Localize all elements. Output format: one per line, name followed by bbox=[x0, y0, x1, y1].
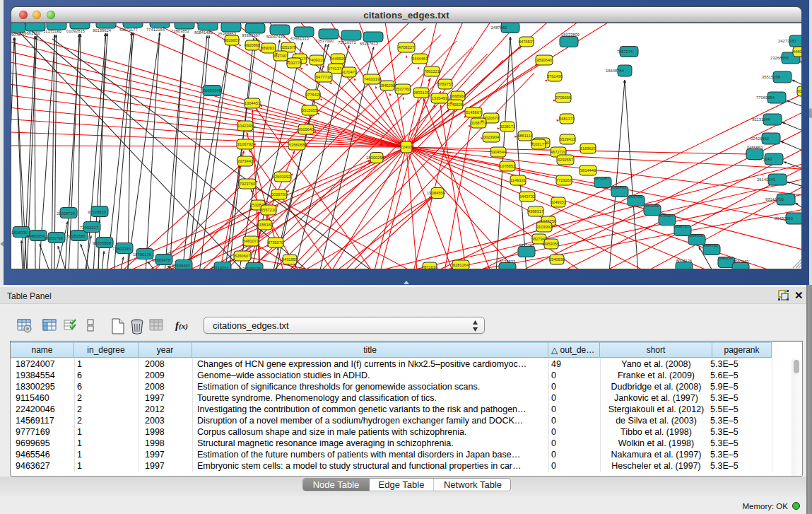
svg-text:1535493: 1535493 bbox=[432, 96, 448, 100]
svg-text:19384554: 19384554 bbox=[427, 191, 446, 195]
svg-text:72803852: 72803852 bbox=[171, 29, 189, 33]
svg-text:4861114: 4861114 bbox=[517, 134, 533, 138]
svg-text:2603092: 2603092 bbox=[275, 175, 291, 179]
svg-text:3705656: 3705656 bbox=[555, 95, 572, 100]
svg-text:1149131: 1149131 bbox=[510, 178, 526, 182]
svg-text:8735570: 8735570 bbox=[268, 240, 284, 245]
svg-text:5461073: 5461073 bbox=[243, 239, 259, 243]
svg-text:93141705: 93141705 bbox=[765, 197, 784, 201]
svg-text:3249351: 3249351 bbox=[551, 200, 567, 204]
svg-text:9183623: 9183623 bbox=[580, 146, 596, 151]
svg-text:31372159: 31372159 bbox=[43, 30, 61, 34]
svg-text:66661760: 66661760 bbox=[22, 31, 40, 35]
svg-text:3830640: 3830640 bbox=[536, 58, 553, 62]
svg-text:75116372: 75116372 bbox=[338, 40, 355, 45]
svg-text:8014126: 8014126 bbox=[676, 259, 693, 263]
svg-text:0023904: 0023904 bbox=[483, 135, 500, 139]
svg-text:9829657: 9829657 bbox=[224, 38, 240, 42]
svg-text:71803340: 71803340 bbox=[112, 247, 131, 251]
svg-text:9953055: 9953055 bbox=[543, 242, 560, 246]
svg-text:18724007: 18724007 bbox=[396, 145, 414, 149]
svg-text:73537990: 73537990 bbox=[315, 39, 334, 43]
svg-text:7923760: 7923760 bbox=[240, 182, 256, 186]
svg-text:7463319: 7463319 bbox=[364, 77, 380, 81]
svg-text:3814449: 3814449 bbox=[580, 168, 596, 173]
svg-text:72616751: 72616751 bbox=[211, 266, 229, 269]
svg-text:4920868: 4920868 bbox=[245, 43, 261, 47]
svg-text:86492083: 86492083 bbox=[775, 216, 793, 221]
svg-text:81131144: 81131144 bbox=[753, 117, 771, 122]
svg-text:1240234: 1240234 bbox=[717, 256, 734, 260]
svg-text:95289078: 95289078 bbox=[11, 33, 20, 37]
svg-text:4156183: 4156183 bbox=[257, 223, 273, 227]
svg-text:18780175: 18780175 bbox=[133, 252, 151, 257]
svg-text:6053663: 6053663 bbox=[797, 89, 801, 93]
svg-text:8783757: 8783757 bbox=[437, 82, 454, 86]
svg-text:0431955: 0431955 bbox=[282, 257, 298, 262]
svg-text:86205798: 86205798 bbox=[45, 236, 63, 240]
svg-text:50047439: 50047439 bbox=[266, 35, 285, 39]
svg-text:72902227: 72902227 bbox=[80, 226, 98, 230]
svg-text:57551313: 57551313 bbox=[290, 37, 309, 41]
svg-text:7409319: 7409319 bbox=[309, 58, 325, 62]
svg-text:8477718: 8477718 bbox=[316, 75, 332, 79]
svg-text:35515058: 35515058 bbox=[762, 75, 780, 79]
svg-text:0776426: 0776426 bbox=[305, 93, 322, 97]
svg-text:20053346: 20053346 bbox=[203, 88, 221, 93]
svg-text:7861221: 7861221 bbox=[424, 69, 440, 74]
svg-text:0201462: 0201462 bbox=[627, 194, 643, 199]
svg-text:6174833: 6174833 bbox=[500, 259, 516, 264]
svg-text:4708227: 4708227 bbox=[399, 45, 415, 49]
svg-text:26140141: 26140141 bbox=[757, 177, 775, 182]
svg-text:0481373: 0481373 bbox=[559, 117, 575, 121]
svg-text:5443732: 5443732 bbox=[519, 194, 536, 199]
svg-text:1042346: 1042346 bbox=[237, 124, 254, 128]
svg-text:3353265: 3353265 bbox=[643, 204, 659, 208]
svg-text:2845298: 2845298 bbox=[379, 83, 396, 88]
svg-text:3761436: 3761436 bbox=[547, 74, 563, 78]
svg-text:77065894: 77065894 bbox=[756, 95, 775, 100]
svg-text:2487682: 2487682 bbox=[491, 25, 507, 30]
svg-text:5904544: 5904544 bbox=[490, 150, 507, 154]
svg-text:6915640: 6915640 bbox=[298, 127, 314, 132]
svg-text:8890931: 8890931 bbox=[261, 46, 277, 50]
svg-text:01826330: 01826330 bbox=[11, 230, 28, 235]
svg-text:97528820: 97528820 bbox=[88, 210, 106, 214]
svg-text:8474537: 8474537 bbox=[519, 40, 535, 44]
svg-text:6557210: 6557210 bbox=[261, 208, 277, 212]
svg-text:0435205: 0435205 bbox=[519, 243, 535, 247]
svg-text:77412154: 77412154 bbox=[146, 28, 165, 32]
svg-text:0455853: 0455853 bbox=[747, 146, 763, 150]
svg-text:1304451: 1304451 bbox=[245, 101, 261, 105]
svg-text:90139624: 90139624 bbox=[93, 28, 112, 33]
svg-text:0749528: 0749528 bbox=[447, 103, 464, 107]
svg-text:6515055: 6515055 bbox=[302, 108, 318, 112]
svg-text:4672720: 4672720 bbox=[551, 150, 567, 154]
svg-text:5449920: 5449920 bbox=[330, 57, 346, 61]
svg-text:24273167: 24273167 bbox=[778, 39, 796, 43]
svg-text:65167612: 65167612 bbox=[360, 42, 378, 46]
svg-text:3106792: 3106792 bbox=[237, 142, 254, 146]
svg-text:22029729: 22029729 bbox=[57, 211, 75, 216]
svg-text:0340930: 0340930 bbox=[549, 257, 565, 262]
svg-text:6668364: 6668364 bbox=[450, 94, 466, 98]
svg-text:0168493: 0168493 bbox=[611, 185, 627, 189]
svg-text:16033809: 16033809 bbox=[561, 33, 579, 37]
svg-text:98983478: 98983478 bbox=[152, 258, 170, 262]
svg-text:01092815: 01092815 bbox=[66, 29, 85, 33]
svg-text:87838483: 87838483 bbox=[172, 264, 190, 268]
svg-text:4293557: 4293557 bbox=[558, 158, 574, 162]
svg-text:0168773: 0168773 bbox=[471, 121, 487, 125]
svg-text:0837407: 0837407 bbox=[273, 54, 289, 58]
svg-text:3228171: 3228171 bbox=[500, 124, 516, 129]
svg-text:3373441: 3373441 bbox=[237, 159, 254, 163]
svg-text:93363387: 93363387 bbox=[242, 33, 260, 37]
svg-text:4170471: 4170471 bbox=[341, 70, 358, 74]
svg-text:3103993: 3103993 bbox=[536, 225, 553, 229]
svg-text:8281264: 8281264 bbox=[453, 263, 469, 267]
svg-text:7723267: 7723267 bbox=[556, 178, 572, 182]
svg-text:4388317: 4388317 bbox=[528, 209, 544, 214]
svg-text:7871616: 7871616 bbox=[422, 265, 438, 269]
svg-text:23268656: 23268656 bbox=[770, 56, 789, 60]
svg-text:3143667: 3143667 bbox=[466, 110, 482, 115]
